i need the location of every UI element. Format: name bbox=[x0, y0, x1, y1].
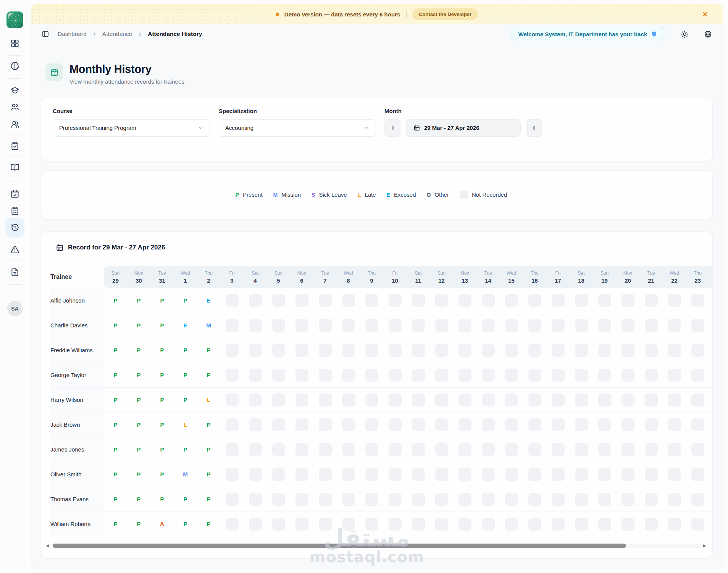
not-recorded-cell bbox=[319, 443, 332, 456]
attendance-cell bbox=[220, 393, 244, 406]
attendance-mark: M bbox=[206, 322, 211, 329]
sidebar-item-trainers[interactable] bbox=[11, 103, 19, 112]
sidebar-toggle-button[interactable] bbox=[42, 30, 49, 38]
attendance-cell bbox=[686, 294, 709, 307]
day-name: Wed bbox=[344, 270, 353, 276]
attendance-mark: P bbox=[183, 372, 187, 378]
sidebar-item-library[interactable] bbox=[11, 163, 19, 172]
not-recorded-cell bbox=[412, 443, 425, 456]
not-recorded-cell bbox=[342, 468, 355, 481]
attendance-cell bbox=[290, 319, 313, 332]
course-select[interactable]: Professional Training Program bbox=[53, 119, 210, 137]
breadcrumb: Dashboard Attendance Attendance History bbox=[58, 31, 202, 37]
course-label: Course bbox=[53, 108, 210, 114]
sidebar-divider bbox=[8, 292, 22, 292]
not-recorded-cell bbox=[505, 443, 518, 456]
scrollbar-thumb[interactable] bbox=[53, 544, 626, 548]
attendance-cell bbox=[639, 393, 663, 406]
attendance-cell: P bbox=[127, 446, 150, 453]
not-recorded-cell bbox=[691, 518, 704, 531]
attendance-cell bbox=[546, 518, 570, 531]
attendance-cell bbox=[639, 369, 663, 382]
attendance-cell bbox=[639, 443, 663, 456]
not-recorded-cell bbox=[342, 319, 355, 332]
breadcrumb-current: Attendance History bbox=[148, 31, 202, 37]
not-recorded-cell bbox=[482, 344, 495, 357]
record-card: Record for 29 Mar - 27 Apr 2026 Trainee … bbox=[41, 231, 713, 558]
sidebar-item-skills[interactable] bbox=[11, 62, 19, 70]
attendance-cell bbox=[476, 319, 500, 332]
users-group-icon bbox=[11, 120, 19, 129]
breadcrumb-attendance[interactable]: Attendance bbox=[102, 31, 132, 37]
attendance-cell bbox=[383, 493, 407, 506]
attendance-cell bbox=[570, 518, 593, 531]
attendance-cell bbox=[593, 393, 616, 406]
table-row: Harry WilsonPPPPL bbox=[50, 387, 712, 412]
attendance-cell bbox=[500, 319, 523, 332]
month-prev-button[interactable] bbox=[526, 119, 542, 137]
sidebar-item-history[interactable] bbox=[5, 218, 24, 237]
attendance-cell bbox=[407, 518, 430, 531]
attendance-cell bbox=[453, 518, 476, 531]
legend-code: L bbox=[358, 192, 361, 198]
contact-developer-button[interactable]: Contact the Developer bbox=[412, 8, 478, 20]
day-number: 11 bbox=[415, 277, 421, 284]
scroll-left-arrow[interactable]: ◀ bbox=[46, 544, 49, 548]
sidebar-divider bbox=[8, 78, 22, 79]
not-recorded-cell bbox=[412, 344, 425, 357]
attendance-cell bbox=[616, 294, 639, 307]
attendance-cell bbox=[546, 418, 570, 431]
attendance-cell bbox=[290, 393, 313, 406]
app-logo[interactable] bbox=[6, 11, 23, 28]
scrollbar-track[interactable] bbox=[52, 544, 700, 548]
breadcrumb-dashboard[interactable]: Dashboard bbox=[58, 31, 87, 37]
day-column-header: Tue7 bbox=[313, 266, 337, 288]
attendance-cell bbox=[383, 518, 407, 531]
not-recorded-cell bbox=[272, 443, 285, 456]
specialization-select[interactable]: Accounting bbox=[219, 119, 376, 137]
panel-left-icon bbox=[42, 30, 49, 38]
calendar-icon bbox=[56, 244, 63, 251]
day-number: 22 bbox=[671, 277, 678, 284]
month-next-button[interactable] bbox=[384, 119, 401, 137]
attendance-cell bbox=[709, 369, 712, 382]
language-button[interactable] bbox=[704, 30, 712, 38]
sidebar-item-alerts[interactable] bbox=[11, 245, 19, 254]
book-open-icon bbox=[11, 163, 19, 172]
attendance-cell bbox=[593, 443, 616, 456]
scroll-right-arrow[interactable]: ▶ bbox=[703, 544, 706, 548]
sidebar-item-records[interactable] bbox=[11, 206, 19, 215]
sidebar-item-evaluations[interactable] bbox=[11, 141, 19, 150]
sidebar-item-attendance[interactable] bbox=[11, 189, 19, 198]
attendance-cell bbox=[523, 319, 546, 332]
theme-toggle-button[interactable] bbox=[681, 30, 689, 38]
not-recorded-cell bbox=[458, 493, 471, 506]
sidebar-item-reports[interactable] bbox=[11, 268, 19, 277]
legend-item: OOther bbox=[426, 191, 449, 198]
user-avatar[interactable]: SA bbox=[7, 301, 23, 316]
sidebar-item-courses[interactable] bbox=[11, 86, 19, 95]
not-recorded-cell bbox=[435, 319, 448, 332]
sidebar-item-dashboard[interactable] bbox=[11, 39, 19, 48]
not-recorded-cell bbox=[645, 493, 658, 506]
sidebar-item-trainees[interactable] bbox=[11, 120, 19, 129]
banner-close-button[interactable]: ✕ bbox=[700, 10, 710, 18]
trainee-name: James Jones bbox=[50, 437, 104, 462]
not-recorded-cell bbox=[691, 369, 704, 382]
not-recorded-cell bbox=[249, 468, 262, 481]
not-recorded-cell bbox=[412, 319, 425, 332]
month-range-button[interactable]: 29 Mar - 27 Apr 2026 bbox=[406, 119, 521, 137]
not-recorded-cell bbox=[458, 319, 471, 332]
not-recorded-cell bbox=[435, 294, 448, 307]
day-number: 2 bbox=[207, 277, 210, 284]
day-name: Thu bbox=[531, 270, 539, 276]
not-recorded-cell bbox=[598, 319, 611, 332]
day-number: 19 bbox=[601, 277, 608, 284]
day-number: 20 bbox=[625, 277, 631, 284]
not-recorded-cell bbox=[505, 344, 518, 357]
attendance-cell bbox=[313, 319, 337, 332]
day-number: 13 bbox=[462, 277, 468, 284]
attendance-cell bbox=[476, 443, 500, 456]
attendance-cell: P bbox=[150, 446, 174, 453]
attendance-cell bbox=[267, 344, 290, 357]
